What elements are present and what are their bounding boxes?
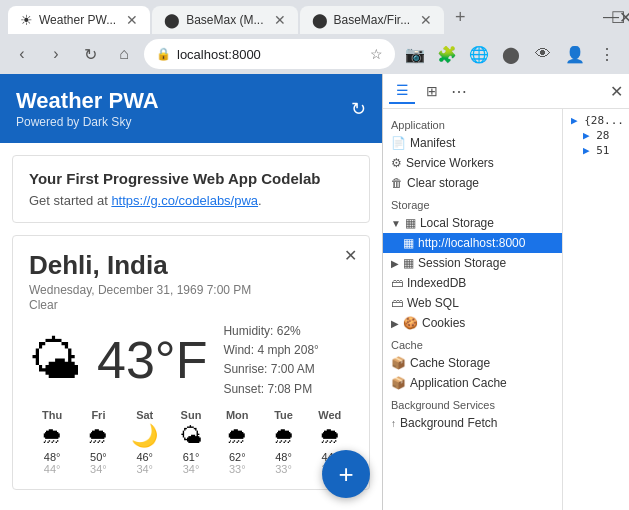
expand-icon-1[interactable]: ▶ <box>571 114 578 127</box>
weather-details: Humidity: 62% Wind: 4 mph 208° Sunrise: … <box>223 322 319 399</box>
forecast-day-icon: 🌤 <box>168 423 214 449</box>
forecast-day-hi: 46° <box>122 451 168 463</box>
app-cache-item[interactable]: 📦 Application Cache <box>383 373 562 393</box>
extensions-icon[interactable]: 🧩 <box>433 40 461 68</box>
home-button[interactable]: ⌂ <box>110 40 138 68</box>
wind-text: Wind: 4 mph 208° <box>223 341 319 360</box>
devtools-body: Application 📄 Manifest ⚙ Service Workers… <box>383 109 629 510</box>
tab-basemax1[interactable]: ⬤ BaseMax (M... ✕ <box>152 6 297 34</box>
code-line-1: ▶ {28... <box>567 113 625 128</box>
sunrise-text: Sunrise: 7:00 AM <box>223 360 319 379</box>
forecast-day-icon: 🌙 <box>122 423 168 449</box>
session-storage-label: Session Storage <box>418 256 506 270</box>
section-application: Application <box>383 113 562 133</box>
indexeddb-icon: 🗃 <box>391 276 403 290</box>
pwa-panel: Weather PWA Powered by Dark Sky ↻ Your F… <box>0 74 382 510</box>
service-workers-icon: ⚙ <box>391 156 402 170</box>
pwa-subtitle: Powered by Dark Sky <box>16 115 159 129</box>
service-workers-item[interactable]: ⚙ Service Workers <box>383 153 562 173</box>
bg-fetch-item[interactable]: ↑ Background Fetch <box>383 413 562 433</box>
codelab-text: Get started at https://g.co/codelabs/pwa… <box>29 193 353 208</box>
minimize-button[interactable]: — <box>601 10 605 24</box>
forecast-day-hi: 50° <box>75 451 121 463</box>
section-background: Background Services <box>383 393 562 413</box>
devtools-more-button[interactable]: ⋯ <box>449 80 469 103</box>
browser-actions: 📷 🧩 🌐 ⬤ 👁 👤 ⋮ <box>401 40 621 68</box>
tab-basemax1-close[interactable]: ✕ <box>274 12 286 28</box>
tab-weather-close[interactable]: ✕ <box>126 12 138 28</box>
forecast-day-hi: 48° <box>260 451 306 463</box>
code-panel: ▶ {28... ▶ 28 ▶ 51 <box>563 109 629 510</box>
bookmark-icon[interactable]: ☆ <box>370 46 383 62</box>
local-storage-icon: ▦ <box>405 216 416 230</box>
weather-close-button[interactable]: ✕ <box>344 246 357 265</box>
cookies-label: Cookies <box>422 316 465 330</box>
github-icon[interactable]: ⬤ <box>497 40 525 68</box>
codelab-title: Your First Progressive Web App Codelab <box>29 170 353 187</box>
forecast-day-lo: 33° <box>214 463 260 475</box>
forecast-day-lo: 34° <box>75 463 121 475</box>
url-bar[interactable]: 🔒 localhost:8000 ☆ <box>144 39 395 69</box>
maximize-button[interactable]: ☐ <box>609 10 613 24</box>
devtools-tab-storage[interactable]: ⊞ <box>419 78 445 104</box>
camera-icon[interactable]: 📷 <box>401 40 429 68</box>
websql-label: Web SQL <box>407 296 459 310</box>
tab-basemax2-close[interactable]: ✕ <box>420 12 432 28</box>
globe-icon[interactable]: 🌐 <box>465 40 493 68</box>
reload-button[interactable]: ↻ <box>76 40 104 68</box>
devtools-tab-application[interactable]: ☰ <box>389 78 415 104</box>
code-line-3: ▶ 51 <box>567 143 625 158</box>
close-button[interactable]: ✕ <box>617 10 621 24</box>
cookies-item[interactable]: ▶ 🍪 Cookies <box>383 313 562 333</box>
session-storage-expand: ▶ <box>391 258 399 269</box>
devtools-panel: ☰ ⊞ ⋯ ✕ Application 📄 Manifest ⚙ Service… <box>382 74 629 510</box>
forecast-day-name: Thu <box>29 409 75 421</box>
local-storage-item[interactable]: ▼ ▦ Local Storage <box>383 213 562 233</box>
back-button[interactable]: ‹ <box>8 40 36 68</box>
cache-storage-label: Cache Storage <box>410 356 490 370</box>
pwa-header: Weather PWA Powered by Dark Sky ↻ <box>0 74 382 143</box>
humidity-text: Humidity: 62% <box>223 322 319 341</box>
websql-item[interactable]: 🗃 Web SQL <box>383 293 562 313</box>
forecast-day-name: Tue <box>260 409 306 421</box>
forecast-day-icon: 🌧 <box>260 423 306 449</box>
manifest-icon: 📄 <box>391 136 406 150</box>
eye-icon[interactable]: 👁 <box>529 40 557 68</box>
menu-icon[interactable]: ⋮ <box>593 40 621 68</box>
fab-button[interactable]: + <box>322 450 370 498</box>
window-controls: — ☐ ✕ <box>601 10 621 24</box>
forward-button[interactable]: › <box>42 40 70 68</box>
websql-icon: 🗃 <box>391 296 403 310</box>
new-tab-button[interactable]: + <box>446 3 474 31</box>
weather-condition: Clear <box>29 298 353 312</box>
tab-weather-pwa[interactable]: ☀ Weather PW... ✕ <box>8 6 150 34</box>
forecast-day-hi: 61° <box>168 451 214 463</box>
forecast-day-hi: 48° <box>29 451 75 463</box>
local-storage-label: Local Storage <box>420 216 494 230</box>
tab-weather-label: Weather PW... <box>39 13 116 27</box>
tab-basemax2-label: BaseMax/Fir... <box>334 13 411 27</box>
profile-icon[interactable]: 👤 <box>561 40 589 68</box>
localhost-item[interactable]: ▦ http://localhost:8000 <box>383 233 562 253</box>
forecast-day-name: Wed <box>307 409 353 421</box>
code-text-2: ▶ 28 <box>571 129 610 142</box>
cache-storage-item[interactable]: 📦 Cache Storage <box>383 353 562 373</box>
manifest-item[interactable]: 📄 Manifest <box>383 133 562 153</box>
pwa-title: Weather PWA <box>16 88 159 114</box>
session-storage-icon: ▦ <box>403 256 414 270</box>
weather-main: 🌤 43°F Humidity: 62% Wind: 4 mph 208° Su… <box>29 322 353 399</box>
title-bar: ☀ Weather PW... ✕ ⬤ BaseMax (M... ✕ ⬤ Ba… <box>0 0 629 34</box>
pwa-refresh-button[interactable]: ↻ <box>351 98 366 120</box>
tab-basemax2[interactable]: ⬤ BaseMax/Fir... ✕ <box>300 6 445 34</box>
codelab-link[interactable]: https://g.co/codelabs/pwa <box>111 193 258 208</box>
indexeddb-item[interactable]: 🗃 IndexedDB <box>383 273 562 293</box>
session-storage-item[interactable]: ▶ ▦ Session Storage <box>383 253 562 273</box>
bg-fetch-label: Background Fetch <box>400 416 497 430</box>
devtools-sidebar: Application 📄 Manifest ⚙ Service Workers… <box>383 109 563 510</box>
app-cache-icon: 📦 <box>391 376 406 390</box>
forecast-day-lo: 34° <box>168 463 214 475</box>
forecast-day-lo: 44° <box>29 463 75 475</box>
devtools-close-button[interactable]: ✕ <box>610 82 623 101</box>
clear-storage-item[interactable]: 🗑 Clear storage <box>383 173 562 193</box>
local-storage-expand: ▼ <box>391 218 401 229</box>
